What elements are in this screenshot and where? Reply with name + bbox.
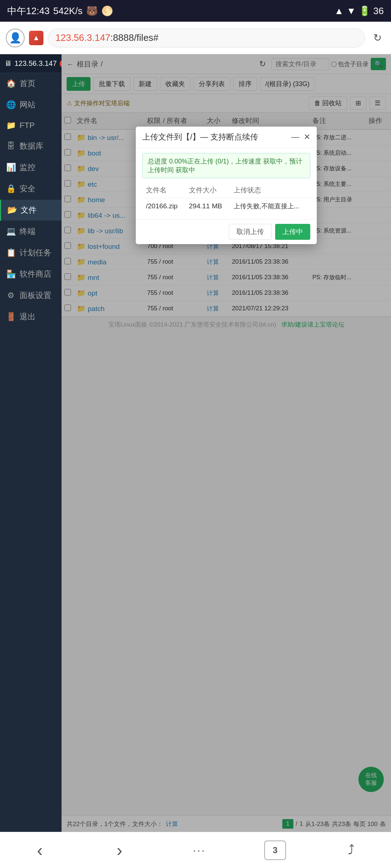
refresh-button[interactable]: ↻ bbox=[369, 30, 385, 46]
url-path: :8888/files# bbox=[110, 32, 159, 43]
emoji-moon: 🌕 bbox=[101, 5, 113, 17]
dialog-col-filesize: 文件大小 bbox=[185, 183, 230, 198]
terminal-icon: 💻 bbox=[6, 227, 16, 236]
forward-button[interactable]: › bbox=[105, 836, 134, 865]
upload-filesize: 294.11 MB bbox=[185, 198, 230, 214]
dialog-footer: 取消上传 上传中 bbox=[136, 219, 317, 244]
upload-file-row: /20166.zip 294.11 MB 上传失败,不能直接上... bbox=[142, 198, 310, 214]
sidebar-server[interactable]: 🖥 123.56.3.147 0 bbox=[0, 54, 62, 73]
sidebar-label-logout: 退出 bbox=[20, 311, 35, 322]
content-area: ← 根目录 / ↻ 包含子目录 🔍 上传 批量下载 新建 收藏夹 分享列表 排序 bbox=[62, 54, 391, 832]
cancel-upload-button[interactable]: 取消上传 bbox=[229, 224, 272, 240]
sidebar-item-logout[interactable]: 🚪 退出 bbox=[0, 306, 62, 328]
battery-level: 36 bbox=[373, 5, 384, 17]
status-right: ▲ ▼ 🔋 36 bbox=[335, 5, 384, 17]
battery-icon: 🔋 bbox=[359, 5, 370, 17]
sidebar-label-monitor: 监控 bbox=[20, 162, 35, 173]
sidebar-item-software[interactable]: 🏪 软件商店 bbox=[0, 264, 62, 285]
sidebar-item-monitor[interactable]: 📊 监控 bbox=[0, 157, 62, 178]
sidebar: 🖥 123.56.3.147 0 🏠 首页 🌐 网站 📁 FTP 🗄 数据库 📊… bbox=[0, 54, 62, 832]
database-icon: 🗄 bbox=[6, 141, 16, 151]
network-speed: 542K/s bbox=[53, 5, 83, 17]
upload-status: 总进度 0.00%正在上传 (0/1)，上传速度 获取中，预计上传时间 获取中 bbox=[142, 153, 310, 178]
sidebar-label-files: 文件 bbox=[21, 205, 37, 216]
dialog-header: 上传文件到【/】— 支持断点续传 — ✕ bbox=[136, 127, 317, 148]
emoji-bear: 🐻 bbox=[86, 5, 98, 17]
files-icon: 📂 bbox=[7, 205, 17, 215]
server-icon: 🖥 bbox=[4, 59, 12, 68]
sidebar-label-software: 软件商店 bbox=[20, 269, 51, 280]
sidebar-label-security: 安全 bbox=[20, 183, 35, 194]
security-icon: 🔒 bbox=[6, 184, 16, 193]
sidebar-label-terminal: 终端 bbox=[20, 226, 35, 237]
monitor-icon: 📊 bbox=[6, 163, 16, 172]
status-left: 中午12:43 542K/s 🐻 🌕 bbox=[7, 5, 113, 17]
sidebar-item-tasks[interactable]: 📋 计划任务 bbox=[0, 242, 62, 264]
sidebar-item-database[interactable]: 🗄 数据库 bbox=[0, 136, 62, 157]
logout-icon: 🚪 bbox=[6, 312, 16, 322]
back-icon: ‹ bbox=[37, 840, 43, 860]
software-icon: 🏪 bbox=[6, 269, 16, 279]
minimize-button[interactable]: — bbox=[291, 132, 299, 142]
avatar[interactable]: 👤 bbox=[6, 29, 25, 47]
back-button[interactable]: ‹ bbox=[25, 836, 54, 865]
time-display: 中午12:43 bbox=[7, 5, 50, 17]
sidebar-label-home: 首页 bbox=[20, 78, 35, 89]
share-button[interactable]: ⤴ bbox=[337, 836, 366, 865]
menu-button[interactable]: ··· bbox=[185, 836, 214, 865]
upload-file-table: 文件名 文件大小 上传状态 /20166.zip 294.11 MB 上传失败,… bbox=[142, 183, 310, 214]
sidebar-item-website[interactable]: 🌐 网站 bbox=[0, 94, 62, 116]
website-icon: 🌐 bbox=[6, 100, 16, 110]
home-icon: 🏠 bbox=[6, 79, 16, 88]
sidebar-item-ftp[interactable]: 📁 FTP bbox=[0, 116, 62, 136]
upload-dialog: 上传文件到【/】— 支持断点续传 — ✕ 总进度 0.00%正在上传 (0/1)… bbox=[136, 127, 317, 244]
sidebar-item-home[interactable]: 🏠 首页 bbox=[0, 73, 62, 94]
status-bar: 中午12:43 542K/s 🐻 🌕 ▲ ▼ 🔋 36 bbox=[0, 0, 391, 22]
url-ip: 123.56.3.147 bbox=[55, 32, 110, 43]
sidebar-item-files[interactable]: 📂 文件 bbox=[0, 200, 62, 221]
tabs-count: 3 bbox=[273, 845, 277, 855]
sidebar-item-panel[interactable]: ⚙ 面板设置 bbox=[0, 285, 62, 306]
main-layout: 🖥 123.56.3.147 0 🏠 首页 🌐 网站 📁 FTP 🗄 数据库 📊… bbox=[0, 54, 391, 832]
ftp-icon: 📁 bbox=[6, 121, 16, 130]
sidebar-label-ftp: FTP bbox=[20, 121, 35, 130]
menu-icon: ··· bbox=[193, 843, 206, 858]
confirm-upload-button[interactable]: 上传中 bbox=[275, 224, 310, 240]
dialog-body: 总进度 0.00%正在上传 (0/1)，上传速度 获取中，预计上传时间 获取中 … bbox=[136, 148, 317, 219]
sidebar-label-panel: 面板设置 bbox=[20, 290, 51, 301]
share-icon: ⤴ bbox=[348, 843, 354, 858]
panel-icon: ⚙ bbox=[6, 291, 16, 300]
sidebar-label-website: 网站 bbox=[20, 99, 35, 110]
wifi-icon: ▼ bbox=[346, 5, 356, 17]
sidebar-item-terminal[interactable]: 💻 终端 bbox=[0, 221, 62, 242]
forward-icon: › bbox=[117, 840, 122, 860]
nav-bar: ‹ › ··· 3 ⤴ bbox=[0, 832, 391, 868]
upload-overlay: 上传文件到【/】— 支持断点续传 — ✕ 总进度 0.00%正在上传 (0/1)… bbox=[62, 54, 391, 832]
dialog-col-filename: 文件名 bbox=[142, 183, 185, 198]
close-button[interactable]: ✕ bbox=[304, 132, 310, 142]
dialog-header-icons: — ✕ bbox=[291, 132, 310, 142]
upload-filename: /20166.zip bbox=[142, 198, 185, 214]
url-bar[interactable]: 123.56.3.147:8888/files# bbox=[48, 29, 365, 47]
browser-logo: ▲ bbox=[29, 31, 43, 45]
browser-bar: 👤 ▲ 123.56.3.147:8888/files# ↻ bbox=[0, 22, 391, 54]
tasks-icon: 📋 bbox=[6, 248, 16, 258]
upload-file-status: 上传失败,不能直接上... bbox=[230, 198, 310, 214]
server-label: 123.56.3.147 bbox=[14, 59, 57, 68]
signal-icon: ▲ bbox=[335, 5, 344, 17]
sidebar-label-tasks: 计划任务 bbox=[20, 247, 51, 258]
dialog-col-status: 上传状态 bbox=[230, 183, 310, 198]
tabs-button[interactable]: 3 bbox=[264, 841, 286, 860]
sidebar-label-database: 数据库 bbox=[20, 141, 43, 152]
sidebar-item-security[interactable]: 🔒 安全 bbox=[0, 178, 62, 200]
dialog-title: 上传文件到【/】— 支持断点续传 bbox=[142, 132, 258, 142]
